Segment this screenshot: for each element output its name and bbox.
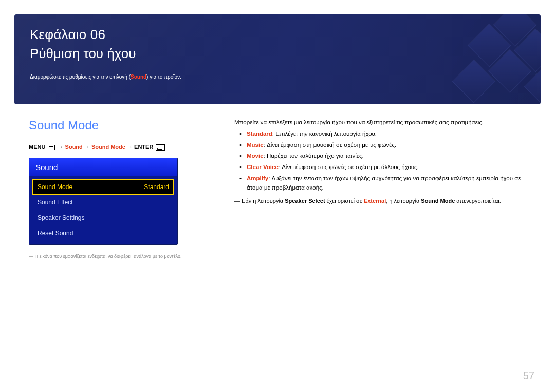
enter-label: ENTER xyxy=(134,144,153,150)
mode-name: Clear Voice xyxy=(247,164,279,170)
note-accent: External xyxy=(364,198,386,204)
osd-row-label: Sound Mode xyxy=(38,183,72,191)
menu-label: MENU xyxy=(29,144,45,150)
page-root: Κεφάλαιο 06 Ρύθμιση του ήχου Διαμορφώστε… xyxy=(0,0,555,392)
mode-desc: : Επιλέγει την κανονική λειτουργία ήχου. xyxy=(272,130,377,137)
note-text: απενεργοποιείται. xyxy=(455,198,501,204)
note-text: , η λειτουργία xyxy=(386,198,421,204)
mode-list: Standard: Επιλέγει την κανονική λειτουργ… xyxy=(234,129,526,193)
osd-row-reset-sound[interactable]: Reset Sound xyxy=(32,226,174,241)
mode-item-music: Music: Δίνει έμφαση στη μουσική σε σχέση… xyxy=(242,141,526,150)
mode-name: Movie xyxy=(247,153,264,159)
mode-desc: : Αυξάνει την ένταση των ήχων υψηλής συχ… xyxy=(247,175,521,191)
osd-panel: Sound Sound Mode Standard Sound Effect S… xyxy=(29,158,178,245)
mode-name: Music xyxy=(247,142,264,148)
description-column: Μπορείτε να επιλέξετε μια λειτουργία ήχο… xyxy=(234,118,526,208)
hero-decoration xyxy=(428,14,541,104)
speaker-select-note: Εάν η λειτουργία Speaker Select έχει ορι… xyxy=(234,197,526,206)
mode-item-movie: Movie: Παρέχει τον καλύτερο ήχο για ταιν… xyxy=(242,152,526,161)
osd-body: Sound Mode Standard Sound Effect Speaker… xyxy=(29,176,177,244)
mode-item-standard: Standard: Επιλέγει την κανονική λειτουργ… xyxy=(242,129,526,139)
subline-post: ) για το προϊόν. xyxy=(146,74,181,80)
osd-row-sound-effect[interactable]: Sound Effect xyxy=(32,195,174,210)
osd-row-sound-mode[interactable]: Sound Mode Standard xyxy=(32,179,174,195)
enter-icon xyxy=(156,144,165,151)
mode-desc: : Δίνει έμφαση στις φωνές σε σχέση με άλ… xyxy=(279,164,419,170)
note-strong: Speaker Select xyxy=(285,198,325,204)
intro-text: Μπορείτε να επιλέξετε μια λειτουργία ήχο… xyxy=(234,118,526,127)
osd-row-label: Sound Effect xyxy=(38,199,73,206)
subline-accent: Sound xyxy=(131,74,146,80)
path-sound-mode: Sound Mode xyxy=(91,144,125,150)
osd-row-value: Standard xyxy=(144,183,169,191)
osd-row-label: Reset Sound xyxy=(38,230,73,237)
note-strong: Sound Mode xyxy=(421,198,455,204)
osd-row-label: Speaker Settings xyxy=(38,214,84,221)
mode-name: Amplify xyxy=(247,175,268,181)
chapter-hero: Κεφάλαιο 06 Ρύθμιση του ήχου Διαμορφώστε… xyxy=(14,14,541,104)
path-sound: Sound xyxy=(65,144,83,150)
mode-item-amplify: Amplify: Αυξάνει την ένταση των ήχων υψη… xyxy=(242,174,526,193)
menu-icon xyxy=(48,145,55,150)
page-number: 57 xyxy=(523,370,534,382)
note-text: Εάν η λειτουργία xyxy=(242,198,285,204)
mode-desc: : Δίνει έμφαση στη μουσική σε σχέση με τ… xyxy=(264,142,397,148)
note-text: έχει οριστεί σε xyxy=(325,198,364,204)
model-note: Η εικόνα που εμφανίζεται ενδέχεται να δι… xyxy=(29,254,198,259)
osd-row-speaker-settings[interactable]: Speaker Settings xyxy=(32,210,174,226)
mode-item-clear-voice: Clear Voice: Δίνει έμφαση στις φωνές σε … xyxy=(242,163,526,172)
subline-pre: Διαμορφώστε τις ρυθμίσεις για την επιλογ… xyxy=(30,74,131,80)
content-area: Sound Mode MENU → Sound → Sound Mode → E… xyxy=(29,118,526,259)
mode-name: Standard xyxy=(247,130,272,137)
mode-desc: : Παρέχει τον καλύτερο ήχο για ταινίες. xyxy=(264,153,364,159)
osd-header: Sound xyxy=(29,158,177,176)
